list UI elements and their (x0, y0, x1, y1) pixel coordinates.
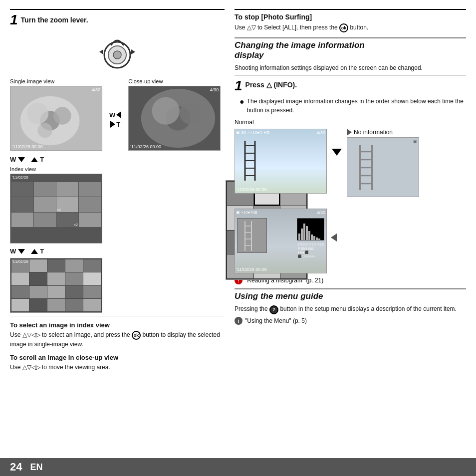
t-label-right: T (40, 156, 44, 163)
wide-cell (11, 286, 29, 298)
closeup-label: Close-up view (128, 78, 221, 84)
info-screens-row: ▣ 3D △×10♠⑤ ♦▥ 4/30 (235, 129, 466, 197)
normal-timestamp: '11/02/26 00:00 (236, 187, 267, 192)
no-info-label: No information (354, 129, 393, 136)
svg-rect-43 (308, 231, 310, 240)
step1-number: 1 (10, 13, 18, 27)
right-arrow (110, 121, 115, 128)
closeup-image-mock: 4/30 '11/02/26 00:00 (129, 86, 220, 150)
section-desc: Shooting information settings displayed … (235, 63, 466, 72)
up-arrow-t (31, 157, 38, 162)
wide-index-date: '11/02/26 (12, 259, 28, 264)
bullet-dot: ● (239, 97, 244, 115)
w-label-left2: W (10, 247, 16, 255)
normal-label: Normal (235, 119, 466, 126)
svg-rect-40 (301, 229, 303, 240)
select-index-title: To select an image in index view (10, 321, 225, 329)
index-cell (11, 182, 33, 197)
menu-guide-ref-line: i "Using the Menu" (p. 5) (235, 317, 466, 325)
menu-guide-section: Using the menu guide (235, 288, 466, 301)
left-views: Single-image view (10, 78, 221, 313)
svg-point-2 (113, 51, 121, 59)
index-label: Index view (10, 166, 221, 172)
right-column: To stop [Photo Surfing] Use △▽ to Select… (235, 9, 466, 453)
scroll-closeup-text: Use △▽◁▷ to move the viewing area. (10, 363, 225, 372)
step1-right-text: Press △ (INFO). (245, 79, 297, 89)
step1-text: Turn the zoom lever. (21, 13, 88, 24)
index-cell (34, 182, 56, 197)
no-info-arrow (347, 129, 352, 136)
detailed-info-text: 1/1000 F3.0 +2.0 P ISO WB ♦ N♠ ⬛ ⬛ 100-0… (298, 242, 324, 259)
svg-point-14 (152, 97, 180, 125)
left-arrow (116, 111, 121, 118)
wide-cell (29, 299, 47, 311)
single-counter: 4/30 (91, 87, 100, 92)
wide-cell (11, 299, 29, 311)
svg-marker-3 (99, 49, 103, 54)
detailed-timestamp: '11/02/26 00:00 (236, 267, 267, 272)
wide-cell (83, 259, 101, 272)
wide-cell (83, 286, 101, 298)
index-cell (34, 197, 56, 212)
scroll-closeup-title: To scroll an image in close-up view (10, 354, 225, 361)
w-label-top: W (109, 111, 115, 119)
wt-arrows-vertical2: W T (10, 247, 221, 255)
wide-cell (29, 272, 47, 285)
up-arrow-t2 (31, 249, 38, 254)
index-view-container: Index view '11/02/26 (10, 166, 221, 243)
svg-rect-41 (303, 224, 305, 240)
index-date: '11/02/26 (12, 175, 28, 180)
left-arrow-detailed (331, 234, 337, 241)
closeup-view-container: Close-up view (128, 78, 221, 151)
divider2 (235, 75, 466, 76)
stop-section: To stop [Photo Surfing] Use △▽ to Select… (235, 9, 466, 32)
ok-button-inline: ok (132, 331, 141, 340)
normal-counter: 4/30 (316, 130, 325, 135)
wide-cell (83, 272, 101, 285)
wide-cell (65, 272, 83, 285)
detailed-section: Detailed ▣ ×10♠⑤▥ 4/30 (235, 200, 466, 273)
index-cell (56, 182, 78, 197)
select-index-text: Use △▽◁▷ to select an image, and press t… (10, 330, 225, 349)
detailed-bottom-bar: '11/02/26 00:00 (236, 267, 325, 272)
zoom-lever-svg (92, 31, 142, 71)
svg-point-8 (27, 102, 49, 124)
index-cell: ×4 (56, 197, 78, 212)
step1-right-header: 1 Press △ (INFO). (235, 79, 466, 93)
histogram (297, 218, 324, 240)
normal-to-detailed-arrow (332, 149, 342, 156)
index-cell (34, 213, 56, 227)
wide-cell (65, 299, 83, 311)
zoom-lever-illustration (10, 31, 225, 72)
svg-rect-45 (313, 236, 315, 240)
single-image-box: 4/30 '11/02/26 00:00 (10, 86, 102, 151)
ladder-svg-normal (240, 138, 265, 183)
wide-index-box: '11/02/26 (10, 258, 102, 313)
wide-cell (47, 299, 65, 311)
normal-screen-container: ▣ 3D △×10♠⑤ ♦▥ 4/30 (235, 129, 327, 194)
info-icon: i (235, 317, 242, 325)
wide-cell (83, 299, 101, 311)
closeup-box: 4/30 '11/02/26 00:00 (128, 86, 221, 151)
wt-arrow-horizontal: W T (109, 78, 121, 151)
svg-rect-39 (298, 234, 300, 240)
index-cell (11, 213, 33, 227)
bottom-bar: 24 EN (0, 458, 476, 476)
index-cell (79, 182, 101, 197)
left-column: 1 Turn the zoom lever. (10, 9, 225, 453)
t-label-right2: T (40, 247, 44, 255)
wide-cell (11, 272, 29, 285)
wide-index-grid (10, 258, 102, 312)
single-image-view-container: Single-image view (10, 78, 102, 151)
wide-cell (47, 272, 65, 285)
detailed-inset (237, 218, 267, 253)
normal-bottom-bar: '11/02/26 00:00 (236, 187, 325, 192)
wide-cell (65, 259, 83, 272)
wide-cell (47, 259, 65, 272)
section-title: Changing the image information display (235, 40, 466, 60)
detailed-counter: 4/30 (316, 210, 325, 215)
wide-cell (47, 286, 65, 298)
single-image-label: Single-image view (10, 78, 102, 84)
page-number: 24 (10, 461, 22, 474)
bullet-text: The displayed image information changes … (247, 97, 466, 115)
